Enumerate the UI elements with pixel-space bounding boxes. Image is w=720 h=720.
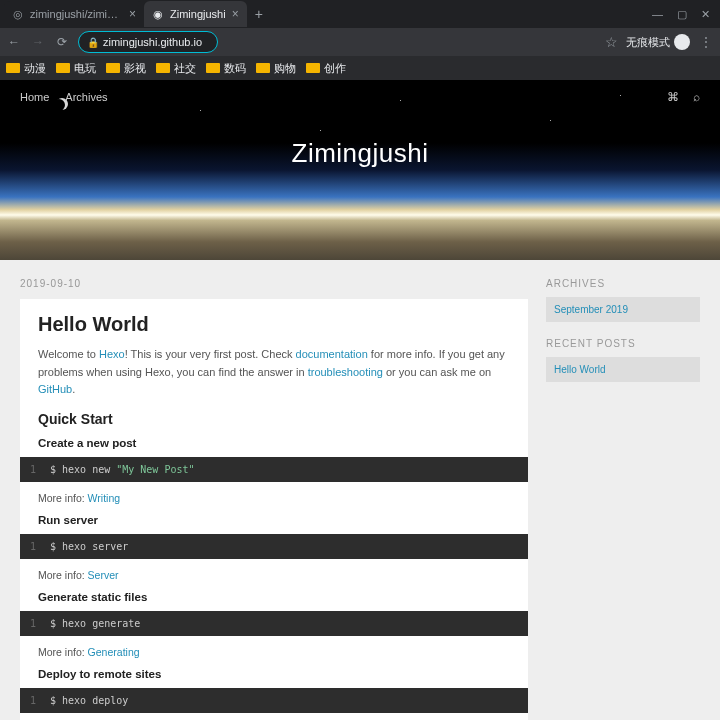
section-heading: Generate static files bbox=[38, 591, 510, 603]
nav-home[interactable]: Home bbox=[20, 91, 49, 103]
browser-tab-0[interactable]: ◎ zimingjushi/zimingjushi.github.i × bbox=[4, 1, 144, 27]
browser-tab-1[interactable]: ◉ Zimingjushi × bbox=[144, 1, 247, 27]
archive-link[interactable]: September 2019 bbox=[546, 297, 700, 322]
link-generating[interactable]: Generating bbox=[88, 646, 140, 658]
toolbar: ← → ⟳ 🔒 zimingjushi.github.io ☆ 无痕模式 ⋮ bbox=[0, 28, 720, 56]
section-heading: Create a new post bbox=[38, 437, 510, 449]
sidebar: ARCHIVES September 2019 RECENT POSTS Hel… bbox=[546, 278, 700, 720]
nav-archives[interactable]: Archives bbox=[65, 91, 107, 103]
section-heading: Deploy to remote sites bbox=[38, 668, 510, 680]
link-documentation[interactable]: documentation bbox=[296, 348, 368, 360]
hero-banner: Home Archives ⌘ ⌕ Zimingjushi bbox=[0, 80, 720, 260]
maximize-icon[interactable]: ▢ bbox=[677, 8, 687, 21]
content-area: 2019-09-10 Hello World Welcome to Hexo! … bbox=[0, 260, 720, 720]
main-column: 2019-09-10 Hello World Welcome to Hexo! … bbox=[20, 278, 528, 720]
post-card: Hello World Welcome to Hexo! This is you… bbox=[20, 299, 528, 720]
folder-icon bbox=[256, 63, 270, 73]
more-info: More info: Writing bbox=[38, 492, 510, 504]
code-block: 1$ hexo server bbox=[20, 534, 528, 559]
tab-strip: ◎ zimingjushi/zimingjushi.github.i × ◉ Z… bbox=[0, 0, 720, 28]
bookmark-item[interactable]: 电玩 bbox=[56, 61, 96, 76]
browser-chrome: ◎ zimingjushi/zimingjushi.github.i × ◉ Z… bbox=[0, 0, 720, 80]
minimize-icon[interactable]: — bbox=[652, 8, 663, 21]
archives-heading: ARCHIVES bbox=[546, 278, 700, 289]
incognito-label: 无痕模式 bbox=[626, 35, 670, 50]
link-troubleshooting[interactable]: troubleshooting bbox=[308, 366, 383, 378]
tab-favicon: ◎ bbox=[12, 8, 24, 20]
post-date: 2019-09-10 bbox=[20, 278, 528, 289]
tab-label: zimingjushi/zimingjushi.github.i bbox=[30, 8, 123, 20]
search-icon[interactable]: ⌕ bbox=[693, 90, 700, 104]
folder-icon bbox=[156, 63, 170, 73]
folder-icon bbox=[6, 63, 20, 73]
link-hexo[interactable]: Hexo bbox=[99, 348, 125, 360]
recent-post-link[interactable]: Hello World bbox=[546, 357, 700, 382]
bookmark-item[interactable]: 影视 bbox=[106, 61, 146, 76]
reload-icon[interactable]: ⟳ bbox=[54, 34, 70, 50]
bookmarks-bar: 动漫 电玩 影视 社交 数码 购物 创作 bbox=[0, 56, 720, 80]
post-title: Hello World bbox=[38, 313, 510, 336]
site-title: Zimingjushi bbox=[0, 138, 720, 169]
lock-icon: 🔒 bbox=[87, 37, 99, 48]
hero-stars bbox=[0, 80, 720, 260]
section-heading: Run server bbox=[38, 514, 510, 526]
post-intro: Welcome to Hexo! This is your very first… bbox=[38, 346, 510, 399]
code-block: 1$ hexo deploy bbox=[20, 688, 528, 713]
link-writing[interactable]: Writing bbox=[88, 492, 120, 504]
more-info: More info: Generating bbox=[38, 646, 510, 658]
code-block: 1$ hexo new "My New Post" bbox=[20, 457, 528, 482]
folder-icon bbox=[206, 63, 220, 73]
quick-start-heading: Quick Start bbox=[38, 411, 510, 427]
menu-icon[interactable]: ⋮ bbox=[698, 34, 714, 50]
bookmark-item[interactable]: 动漫 bbox=[6, 61, 46, 76]
bookmark-item[interactable]: 社交 bbox=[156, 61, 196, 76]
forward-icon[interactable]: → bbox=[30, 34, 46, 50]
page-content: Home Archives ⌘ ⌕ Zimingjushi 2019-09-10… bbox=[0, 80, 720, 720]
close-icon[interactable]: × bbox=[129, 7, 136, 21]
more-info: More info: Server bbox=[38, 569, 510, 581]
url-text: zimingjushi.github.io bbox=[103, 36, 202, 48]
incognito-badge: 无痕模式 bbox=[626, 34, 690, 50]
folder-icon bbox=[56, 63, 70, 73]
recent-posts-heading: RECENT POSTS bbox=[546, 338, 700, 349]
close-window-icon[interactable]: ✕ bbox=[701, 8, 710, 21]
folder-icon bbox=[106, 63, 120, 73]
link-server[interactable]: Server bbox=[88, 569, 119, 581]
incognito-icon bbox=[674, 34, 690, 50]
bookmark-item[interactable]: 购物 bbox=[256, 61, 296, 76]
folder-icon bbox=[306, 63, 320, 73]
site-nav: Home Archives ⌘ ⌕ bbox=[20, 90, 700, 104]
address-bar[interactable]: 🔒 zimingjushi.github.io bbox=[78, 31, 218, 53]
code-block: 1$ hexo generate bbox=[20, 611, 528, 636]
new-tab-button[interactable]: + bbox=[247, 6, 271, 22]
bookmark-star-icon[interactable]: ☆ bbox=[605, 34, 618, 50]
back-icon[interactable]: ← bbox=[6, 34, 22, 50]
bookmark-item[interactable]: 数码 bbox=[206, 61, 246, 76]
window-controls: — ▢ ✕ bbox=[652, 8, 720, 21]
rss-icon[interactable]: ⌘ bbox=[667, 90, 679, 104]
tab-label: Zimingjushi bbox=[170, 8, 226, 20]
bookmark-item[interactable]: 创作 bbox=[306, 61, 346, 76]
close-icon[interactable]: × bbox=[232, 7, 239, 21]
link-github[interactable]: GitHub bbox=[38, 383, 72, 395]
tab-favicon: ◉ bbox=[152, 8, 164, 20]
